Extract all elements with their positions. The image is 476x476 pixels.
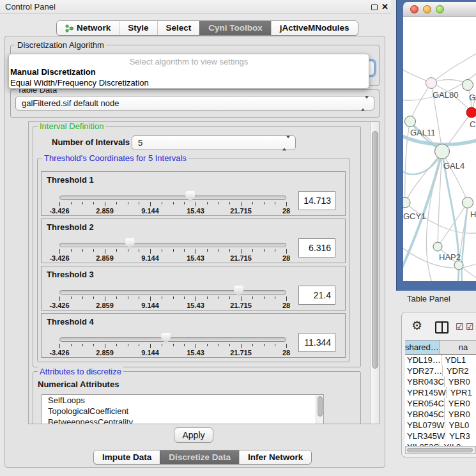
float-window-icon[interactable] bbox=[371, 4, 378, 10]
slider-tick bbox=[128, 202, 128, 204]
threshold-value-field[interactable]: 11.344 bbox=[298, 333, 335, 352]
tab-infer-network[interactable]: Infer Network bbox=[239, 450, 311, 464]
close-window-icon[interactable]: ✕ bbox=[381, 2, 388, 12]
table-cell-name[interactable]: YER0 bbox=[445, 398, 476, 409]
attributes-scrollbar-thumb[interactable] bbox=[318, 396, 323, 417]
table-row[interactable]: YIL052CYIL0 bbox=[405, 441, 476, 446]
apply-button[interactable]: Apply bbox=[174, 427, 213, 443]
slider-tick bbox=[105, 296, 105, 301]
table-cell-shared[interactable]: YDL19… bbox=[405, 355, 441, 365]
table-cell-shared[interactable]: YIL052C bbox=[405, 441, 440, 446]
threshold-panel-2: Threshold 2-3.4262.8599.14415.4321.71528… bbox=[41, 219, 346, 263]
threshold-value-field[interactable]: 6.316 bbox=[298, 238, 335, 257]
table-cell-name[interactable]: YBL0 bbox=[445, 420, 476, 431]
slider-tick bbox=[93, 296, 94, 299]
network-canvas[interactable]: GAL80GACGAL11GAL4GCY1HHAP2 bbox=[403, 17, 476, 281]
threshold-slider-track[interactable] bbox=[59, 337, 286, 342]
table-cell-name[interactable]: YDL1 bbox=[441, 355, 476, 365]
table-row[interactable]: YLR345WYLR3 bbox=[405, 431, 476, 441]
threshold-slider-track[interactable] bbox=[59, 243, 286, 247]
threshold-slider-track[interactable] bbox=[59, 196, 286, 200]
tab-cyni-toolbox[interactable]: Cyni Toolbox bbox=[199, 21, 271, 35]
attribute-item-betweennesscentrality[interactable]: BetweennessCentrality bbox=[42, 417, 323, 424]
tab-discretize-data[interactable]: Discretize Data bbox=[160, 450, 239, 464]
table-cell-name[interactable]: YPR1 bbox=[447, 387, 476, 398]
tab-style[interactable]: Style bbox=[119, 21, 157, 35]
threshold-slider-thumb[interactable] bbox=[234, 286, 243, 296]
table-cell-name[interactable]: YBR0 bbox=[445, 409, 476, 420]
threshold-slider-thumb[interactable] bbox=[125, 238, 135, 249]
network-node-ga[interactable] bbox=[463, 80, 473, 91]
gear-icon[interactable]: ⚙ bbox=[411, 319, 422, 333]
slider-tick bbox=[128, 344, 128, 346]
tab-jactivemnodules[interactable]: jActiveMNodules bbox=[271, 21, 358, 35]
number-of-intervals-combobox[interactable]: 5 bbox=[132, 135, 296, 150]
table-data-combobox[interactable]: galFiltered.sif default node bbox=[15, 96, 374, 111]
threshold-value-field[interactable]: 21.4 bbox=[298, 286, 335, 305]
threshold-value-field[interactable]: 14.713 bbox=[298, 191, 335, 210]
attribute-item-topologicalcoefficient[interactable]: TopologicalCoefficient bbox=[42, 406, 323, 417]
slider-tick-label: 15.43 bbox=[187, 254, 204, 262]
tab-network[interactable]: Network bbox=[57, 21, 119, 35]
network-node-c[interactable] bbox=[466, 107, 476, 118]
network-node-gcy1[interactable] bbox=[403, 197, 410, 208]
threshold-slider-track[interactable] bbox=[59, 290, 286, 295]
table-row[interactable]: YDL19…YDL1 bbox=[405, 355, 476, 365]
table-cell-name[interactable]: YDR2 bbox=[443, 365, 476, 376]
table-cell-shared[interactable]: YER054C bbox=[405, 398, 445, 409]
checkbox-icon[interactable]: ☑ bbox=[456, 321, 464, 332]
column-header-name[interactable]: na bbox=[440, 341, 476, 354]
network-node-h[interactable] bbox=[463, 197, 473, 208]
table-row[interactable]: YBR043CYBR0 bbox=[405, 376, 476, 387]
threshold-slider-thumb[interactable] bbox=[161, 333, 171, 344]
algorithm-option-manual-discretization[interactable]: Manual Discretization bbox=[10, 67, 96, 77]
network-node-label: HAP2 bbox=[439, 252, 461, 262]
table-horizontal-scrollbar[interactable] bbox=[405, 446, 476, 454]
table-cell-shared[interactable]: YPR145W bbox=[405, 387, 447, 398]
zoom-traffic-light-icon[interactable] bbox=[436, 5, 444, 13]
slider-tick bbox=[219, 344, 219, 346]
table-row[interactable]: YBL079WYBL0 bbox=[405, 420, 476, 431]
table-row[interactable]: YPR145WYPR1 bbox=[405, 387, 476, 398]
network-node-gal4[interactable] bbox=[435, 144, 450, 159]
slider-tick bbox=[139, 344, 139, 346]
table-cell-name[interactable]: YIL0 bbox=[440, 441, 476, 446]
network-window: GAL80GACGAL11GAL4GCY1HHAP2 bbox=[396, 0, 476, 291]
table-cell-shared[interactable]: YBL079W bbox=[405, 420, 445, 431]
network-node-gal11[interactable] bbox=[405, 116, 416, 127]
table-cell-shared[interactable]: YBR045C bbox=[405, 409, 445, 420]
column-header-shared[interactable]: shared… bbox=[405, 341, 440, 354]
settings-scrollbar-thumb[interactable] bbox=[372, 131, 378, 369]
network-node-gal80[interactable] bbox=[426, 78, 437, 89]
tab-impute-data[interactable]: Impute Data bbox=[94, 450, 160, 464]
table-row[interactable]: YDR27…YDR2 bbox=[405, 365, 476, 376]
table-cell-shared[interactable]: YBR043C bbox=[405, 376, 445, 387]
attributes-list-scrollbar[interactable] bbox=[316, 395, 323, 424]
table-row[interactable]: YBR045CYBR0 bbox=[405, 409, 476, 420]
slider-tick bbox=[150, 202, 151, 206]
slider-tick-label: 21.715 bbox=[230, 302, 252, 309]
algorithm-option-equal-width-frequency-discretization[interactable]: Equal Width/Frequency Discretization bbox=[10, 78, 149, 88]
network-node-unlabeled[interactable] bbox=[454, 261, 463, 270]
settings-vertical-scrollbar[interactable] bbox=[370, 122, 380, 424]
table-cell-shared[interactable]: YDR27… bbox=[405, 365, 443, 376]
threshold-slider-thumb[interactable] bbox=[185, 191, 195, 202]
slider-tick bbox=[59, 344, 60, 348]
table-cell-shared[interactable]: YLR345W bbox=[405, 431, 445, 441]
table-hscrollbar-thumb[interactable] bbox=[407, 448, 473, 452]
close-traffic-light-icon[interactable] bbox=[410, 5, 418, 13]
network-window-titlebar[interactable] bbox=[403, 2, 476, 17]
checkbox-icon[interactable]: ☑ bbox=[466, 321, 474, 332]
slider-tick bbox=[139, 249, 139, 252]
network-node-label: H bbox=[470, 210, 476, 219]
table-cell-name[interactable]: YBR0 bbox=[445, 376, 476, 387]
table-cell-name[interactable]: YLR3 bbox=[445, 431, 476, 441]
threshold-label: Threshold 1 bbox=[47, 175, 94, 185]
network-node-hap2[interactable] bbox=[433, 242, 442, 251]
table-panel-title: Table Panel bbox=[407, 294, 450, 303]
column-layout-icon[interactable] bbox=[435, 321, 449, 334]
table-row[interactable]: YER054CYER0 bbox=[405, 398, 476, 409]
minimize-traffic-light-icon[interactable] bbox=[423, 5, 431, 13]
tab-select[interactable]: Select bbox=[157, 21, 200, 35]
attribute-item-selfloops[interactable]: SelfLoops bbox=[42, 395, 323, 406]
